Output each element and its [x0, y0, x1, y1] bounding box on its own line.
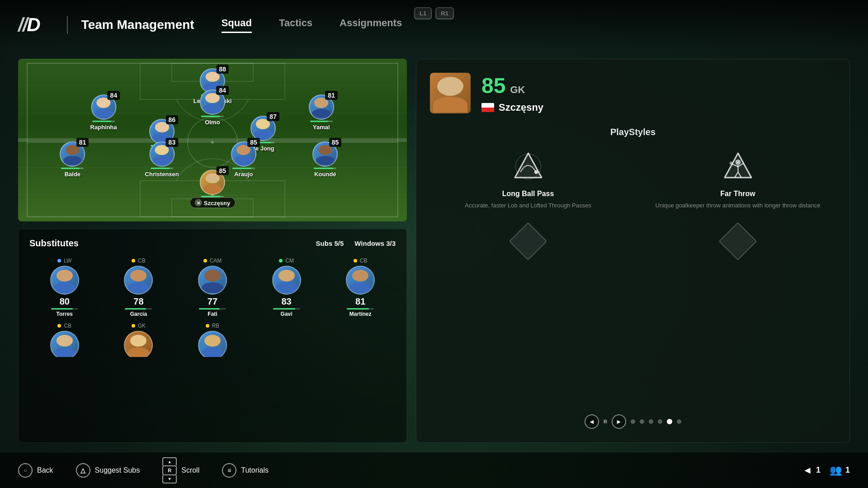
- tutorials-label: Tutorials: [241, 466, 269, 474]
- subs-info: Subs 5/5 Windows 3/3: [316, 239, 396, 247]
- far-throw-icon: [720, 148, 756, 184]
- pos-dot: [203, 259, 207, 263]
- count-players-value: 1: [845, 465, 850, 475]
- playstyles-section: PlayStyles Long Ball Pass Accu: [430, 127, 836, 405]
- pos-dot: [57, 259, 61, 263]
- player-name: Szczęsny: [499, 102, 543, 113]
- pitch-players: 88 Lewandowski 84: [18, 59, 407, 221]
- tab-assignments[interactable]: Assignments: [340, 17, 402, 33]
- action-suggest-subs[interactable]: △ Suggest Subs: [76, 463, 140, 478]
- carousel-dot-2[interactable]: [640, 419, 644, 424]
- sub-garcia[interactable]: CB 78 García: [104, 258, 174, 317]
- sub-avatar-martinez: [346, 266, 375, 295]
- player-kounde[interactable]: 85 Koundé: [312, 141, 338, 178]
- sub-avatar-fati: [198, 266, 227, 295]
- carousel-dot-1[interactable]: [631, 419, 635, 424]
- subs-title: Substitutes: [29, 238, 79, 249]
- carousel-prev-btn[interactable]: ◄: [585, 414, 599, 429]
- playstyle-locked-1: [430, 223, 626, 265]
- sub-gavi[interactable]: CM 83 Gavi: [251, 258, 322, 317]
- tab-tactics[interactable]: Tactics: [279, 17, 312, 33]
- sub-martinez[interactable]: CB 81 Martínez: [325, 258, 396, 317]
- count-arrows: ◄ 1: [802, 465, 821, 476]
- left-panel: 88 Lewandowski 84: [18, 59, 407, 443]
- scroll-btn-icon-up: ▲: [162, 457, 177, 465]
- action-tutorials[interactable]: ≡ Tutorials: [222, 463, 269, 478]
- player-nationality: Szczęsny: [481, 102, 836, 113]
- bottom-right: ◄ 1 👥 1: [802, 465, 850, 476]
- playstyle-locked-2: [640, 223, 836, 265]
- players-icon: 👥: [830, 465, 842, 476]
- player-overall-number: 85: [481, 73, 505, 98]
- header-divider: [67, 16, 68, 34]
- substitutes-panel: Substitutes Subs 5/5 Windows 3/3 LW: [18, 229, 407, 443]
- far-throw-desc: Unique goalkeeper throw animations with …: [656, 202, 821, 210]
- sub-fati[interactable]: CAM 77 Fati: [177, 258, 248, 317]
- sub-avatar-fort: [198, 331, 227, 357]
- windows-count: Windows 3/3: [354, 239, 396, 247]
- logo: //D: [18, 14, 40, 36]
- bottom-bar: ○ Back △ Suggest Subs ▲ R ▼ Scroll ≡ Tut…: [0, 452, 868, 488]
- sub-fort[interactable]: RB 65 Fort: [177, 323, 248, 357]
- player-raphinha[interactable]: 84 Raphinha: [90, 94, 117, 131]
- svg-marker-13: [515, 153, 542, 178]
- back-btn-icon: ○: [18, 463, 33, 478]
- sub-avatar-cubarsi: [50, 331, 79, 357]
- player-szczesny[interactable]: 85 ✕ Szczęsny: [190, 170, 236, 208]
- main-content: 88 Lewandowski 84: [0, 50, 868, 452]
- carousel-next-btn[interactable]: ►: [612, 414, 626, 429]
- svg-point-16: [735, 160, 741, 165]
- long-ball-pass-desc: Accurate, faster Lob and Lofted Through …: [465, 202, 591, 210]
- sub-avatar-gavi: [272, 266, 301, 295]
- tutorials-icon: ≡: [222, 463, 236, 478]
- carousel-dot-3[interactable]: [649, 419, 653, 424]
- svg-point-22: [730, 162, 732, 164]
- player-flag: [481, 103, 494, 112]
- player-overall: 85 GK: [481, 73, 836, 98]
- long-ball-pass-name: Long Ball Pass: [502, 190, 554, 198]
- sub-avatar-torres: [50, 266, 79, 295]
- back-label: Back: [37, 466, 53, 474]
- player-balde[interactable]: 81 Balde: [60, 141, 85, 178]
- suggest-subs-label: Suggest Subs: [95, 466, 140, 474]
- player-christensen[interactable]: 83 Christensen: [145, 141, 179, 178]
- playstyle-far-throw: Far Throw Unique goalkeeper throw animat…: [640, 148, 836, 210]
- carousel-r-label: R: [604, 419, 607, 424]
- scroll-btn-icon-down: ▼: [162, 475, 177, 483]
- sub-terstegen[interactable]: GK 89 ter Stegen: [104, 323, 174, 357]
- sub-torres[interactable]: LW 80 Torres: [29, 258, 100, 317]
- count-arrows-value: 1: [816, 465, 821, 475]
- player-header: 85 GK Szczęsny: [430, 73, 836, 113]
- sub-avatar-garcia: [124, 266, 153, 295]
- playstyles-grid: Long Ball Pass Accurate, faster Lob and …: [430, 148, 836, 265]
- subs-count: Subs 5/5: [316, 239, 344, 247]
- sub-avatar-terstegen: [124, 331, 153, 357]
- page-title: Team Management: [81, 18, 194, 32]
- top-bar: //D Team Management Squad Tactics Assign…: [0, 0, 868, 50]
- pos-dot: [57, 324, 61, 328]
- action-scroll[interactable]: ▲ R ▼ Scroll: [162, 457, 199, 483]
- sub-cubarsi[interactable]: CB 72 Cubarsí: [29, 323, 100, 357]
- pos-dot: [132, 259, 135, 263]
- subs-header: Substitutes Subs 5/5 Windows 3/3: [29, 238, 396, 249]
- right-panel: 85 GK Szczęsny PlayStyles: [416, 59, 850, 443]
- locked-playstyle-2-icon: [720, 223, 756, 259]
- tab-squad[interactable]: Squad: [222, 17, 252, 33]
- carousel-dot-4[interactable]: [658, 419, 662, 424]
- carousel-dot-6[interactable]: [677, 419, 681, 424]
- suggest-subs-icon: △: [76, 463, 90, 478]
- player-olmo[interactable]: 84 Olmo: [200, 89, 225, 126]
- playstyles-title: PlayStyles: [430, 127, 836, 137]
- pitch-container: 88 Lewandowski 84: [18, 59, 407, 221]
- player-yamal[interactable]: 81 Yamal: [309, 94, 334, 131]
- action-back[interactable]: ○ Back: [18, 463, 53, 478]
- scroll-label: Scroll: [181, 466, 199, 474]
- playstyle-long-ball-pass: Long Ball Pass Accurate, faster Lob and …: [430, 148, 626, 210]
- subs-grid: LW 80 Torres CB: [29, 258, 396, 357]
- arrows-icon: ◄: [802, 465, 812, 476]
- pos-dot: [206, 324, 209, 328]
- pos-dot: [354, 259, 357, 263]
- player-big-avatar: [430, 73, 471, 113]
- carousel-dot-5[interactable]: [667, 419, 672, 424]
- pos-dot: [132, 324, 135, 328]
